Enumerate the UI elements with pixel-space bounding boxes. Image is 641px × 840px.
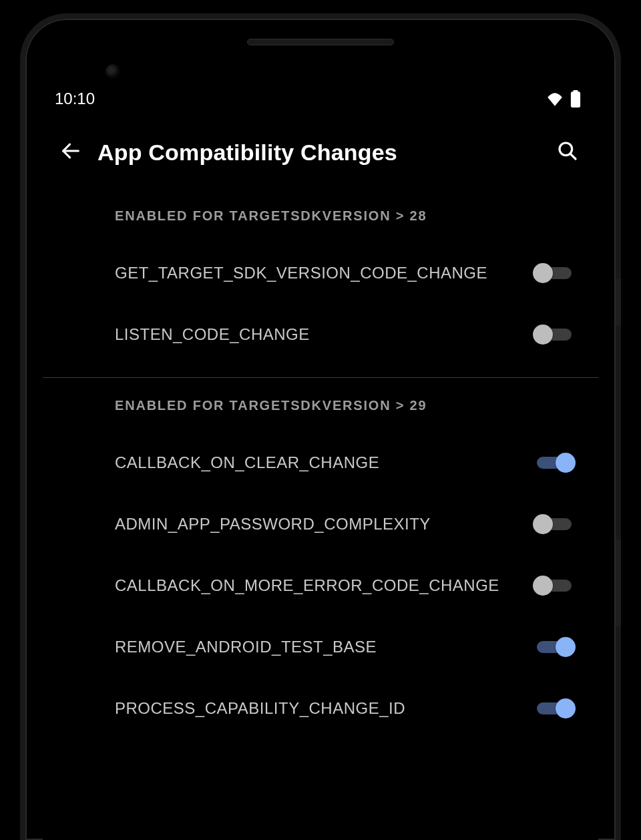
toggle-switch[interactable] xyxy=(533,698,576,719)
toggle-switch[interactable] xyxy=(533,513,576,535)
compat-change-row[interactable]: PROCESS_CAPABILITY_CHANGE_ID xyxy=(43,678,598,739)
compat-change-row[interactable]: GET_TARGET_SDK_VERSION_CODE_CHANGE xyxy=(43,242,598,304)
compat-change-row[interactable]: CALLBACK_ON_CLEAR_CHANGE xyxy=(43,432,598,493)
compat-change-label: GET_TARGET_SDK_VERSION_CODE_CHANGE xyxy=(115,262,533,284)
toggle-thumb xyxy=(556,453,576,473)
status-bar: 10:10 xyxy=(43,80,598,118)
page-title: App Compatibility Changes xyxy=(97,140,549,166)
screen: 10:10 App Compatibility Changes xyxy=(43,80,598,840)
section-header: ENABLED FOR TARGETSDKVERSION > 28 xyxy=(43,188,598,242)
search-button[interactable] xyxy=(549,134,586,171)
toggle-switch[interactable] xyxy=(533,575,576,596)
toggle-switch[interactable] xyxy=(533,636,576,658)
battery-icon xyxy=(570,90,581,108)
toggle-switch[interactable] xyxy=(533,262,576,284)
compat-change-label: ADMIN_APP_PASSWORD_COMPLEXITY xyxy=(115,513,533,536)
phone-speaker xyxy=(247,39,394,45)
app-bar: App Compatibility Changes xyxy=(43,118,598,188)
compat-change-label: CALLBACK_ON_CLEAR_CHANGE xyxy=(115,451,533,474)
section-header: ENABLED FOR TARGETSDKVERSION > 29 xyxy=(43,378,598,432)
search-icon xyxy=(557,140,578,164)
toggle-thumb xyxy=(556,637,576,657)
toggle-thumb xyxy=(533,576,553,596)
compat-change-label: LISTEN_CODE_CHANGE xyxy=(115,323,533,346)
toggle-thumb xyxy=(556,698,576,718)
compat-change-label: CALLBACK_ON_MORE_ERROR_CODE_CHANGE xyxy=(115,574,533,597)
wifi-icon xyxy=(546,91,564,106)
toggle-switch[interactable] xyxy=(533,324,576,345)
compat-change-row[interactable]: REMOVE_ANDROID_TEST_BASE xyxy=(43,616,598,678)
phone-front-camera xyxy=(105,64,120,79)
toggle-thumb xyxy=(533,514,553,534)
svg-rect-0 xyxy=(571,91,580,108)
svg-rect-1 xyxy=(573,90,578,93)
phone-frame: 10:10 App Compatibility Changes xyxy=(20,13,621,840)
phone-side-button xyxy=(616,279,621,326)
compat-change-label: PROCESS_CAPABILITY_CHANGE_ID xyxy=(115,697,533,720)
toggle-thumb xyxy=(533,325,553,345)
toggle-thumb xyxy=(533,263,553,283)
compat-change-row[interactable]: ADMIN_APP_PASSWORD_COMPLEXITY xyxy=(43,493,598,555)
back-button[interactable] xyxy=(52,134,89,171)
arrow-left-icon xyxy=(59,140,82,165)
compat-change-label: REMOVE_ANDROID_TEST_BASE xyxy=(115,636,533,658)
phone-side-button xyxy=(616,540,621,626)
compat-change-row[interactable]: CALLBACK_ON_MORE_ERROR_CODE_CHANGE xyxy=(43,555,598,616)
status-time: 10:10 xyxy=(55,89,95,108)
compat-change-row[interactable]: LISTEN_CODE_CHANGE xyxy=(43,304,598,365)
svg-line-4 xyxy=(570,154,576,159)
toggle-switch[interactable] xyxy=(533,452,576,473)
